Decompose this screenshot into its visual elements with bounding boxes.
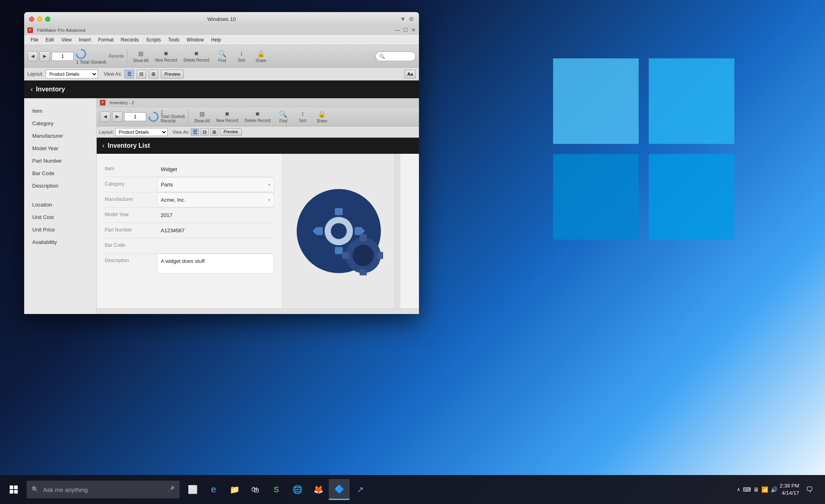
field-value-category[interactable]: Parts ▾ [157, 177, 274, 192]
inner-view-list-button[interactable]: ⊟ [201, 128, 209, 136]
preview-button[interactable]: Preview [161, 70, 184, 78]
inner-find-button[interactable]: 🔍 Find [274, 109, 292, 124]
maximize-button[interactable] [45, 17, 50, 22]
sort-button[interactable]: ↕ Sort [233, 49, 251, 63]
field-value-item[interactable]: Widget [157, 162, 274, 177]
menu-file[interactable]: File [27, 36, 41, 43]
menu-help[interactable]: Help [208, 36, 224, 43]
fm-content-area: ‹ Inventory Item Category Manufacturer M… [24, 81, 419, 314]
show-all-icon: ⊞ [138, 50, 143, 58]
progress-ring [75, 48, 87, 60]
field-value-description[interactable]: A widget does stuff [157, 254, 274, 274]
menu-records[interactable]: Records [118, 36, 142, 43]
menu-window[interactable]: Window [183, 36, 207, 43]
find-button[interactable]: 🔍 Find [214, 49, 231, 64]
field-value-part-number[interactable]: A1234567 [157, 223, 274, 238]
inner-show-all-icon: ⊞ [199, 110, 205, 118]
show-all-button[interactable]: ⊞ Show All [131, 49, 151, 64]
search-box[interactable]: 🔍 [375, 52, 416, 61]
sidebar-item-category[interactable]: Category [24, 117, 96, 130]
taskbar-arrow-icon[interactable]: ↗ [350, 479, 371, 500]
view-form-button[interactable]: ☰ [124, 70, 134, 78]
taskbar-firefox-icon[interactable]: 🦊 [308, 479, 329, 500]
taskbar-mic-icon[interactable]: 🎤 [167, 486, 175, 493]
sidebar-spacer [24, 192, 96, 198]
text-format-button[interactable]: Aa [404, 70, 416, 78]
search-input[interactable] [387, 54, 415, 59]
inner-view-grid-button[interactable]: ⊞ [210, 128, 218, 136]
sidebar-item-location[interactable]: Location [24, 198, 96, 211]
inner-nav-prev[interactable]: ◀ [100, 112, 110, 122]
new-record-button[interactable]: ■ New Record [153, 49, 180, 63]
sidebar-item-item[interactable]: Item [24, 105, 96, 117]
inner-share-button[interactable]: 🔒 Share [313, 109, 331, 124]
mac-topright-controls: ▼ ⚙ [400, 16, 414, 22]
settings-icon[interactable]: ⚙ [409, 16, 414, 22]
inner-total-label: 1 [161, 110, 185, 114]
sidebar-item-availability[interactable]: Availability [24, 236, 96, 248]
taskbar-start-button[interactable] [3, 479, 24, 500]
view-list-button[interactable]: ⊟ [137, 70, 146, 78]
taskbar-search-box[interactable]: 🔍 🎤 [27, 481, 180, 498]
inner-show-all-label: Show All [194, 119, 209, 123]
sidebar-item-bar-code[interactable]: Bar Code [24, 167, 96, 180]
menu-tools[interactable]: Tools [165, 36, 182, 43]
sidebar-item-description[interactable]: Description [24, 180, 96, 192]
taskbar-store-icon[interactable]: 🛍 [245, 479, 266, 500]
taskbar-search-icon: 🔍 [31, 486, 39, 493]
inner-delete-record-button[interactable]: ■ Delete Record [242, 109, 273, 124]
inner-nav-chevron[interactable]: ‹ [102, 142, 104, 149]
inner-record-number[interactable] [124, 112, 146, 121]
inner-nav-next[interactable]: ▶ [112, 112, 122, 122]
sidebar-item-unit-cost[interactable]: Unit Cost [24, 211, 96, 223]
dropdown-chevron-category: ▾ [268, 182, 270, 187]
taskbar-globe-icon[interactable]: 🌐 [287, 479, 308, 500]
win-close-icon[interactable]: ✕ [411, 27, 416, 33]
field-value-model-year[interactable]: 2017 [157, 208, 274, 223]
firefox-icon: 🦊 [313, 485, 323, 494]
taskbar-time-display: 2:38 PM [780, 482, 799, 490]
delete-record-button[interactable]: ■ Delete Record [181, 49, 212, 63]
taskbar-active-app-icon[interactable]: 🔷 [329, 479, 350, 500]
close-button[interactable] [29, 17, 34, 22]
layout-select[interactable]: Product Details [46, 70, 98, 78]
inner-layout-select[interactable]: Product Details [115, 128, 168, 136]
field-value-manufacturer[interactable]: Acme, Inc. ▾ [157, 192, 274, 207]
find-label: Find [218, 58, 226, 63]
win-maximize-icon[interactable]: ☐ [403, 27, 408, 33]
outer-nav-chevron[interactable]: ‹ [31, 86, 33, 93]
taskbar-explorer-icon[interactable]: 📁 [224, 479, 245, 500]
nav-next-button[interactable]: ▶ [39, 51, 50, 62]
view-grid-button[interactable]: ⊞ [149, 70, 158, 78]
taskbar-notification-button[interactable]: 🗨 [802, 479, 818, 500]
inner-show-all-button[interactable]: ⊞ Show All [192, 109, 212, 124]
sidebar-item-model-year[interactable]: Model Year [24, 142, 96, 155]
inner-new-record-button[interactable]: ■ New Record [214, 109, 240, 124]
inner-view-form-button[interactable]: ☰ [191, 128, 199, 136]
win-minimize-icon[interactable]: — [395, 27, 400, 33]
sidebar-item-part-number[interactable]: Part Number [24, 155, 96, 167]
inner-sort-button[interactable]: ↕ Sort [294, 109, 311, 124]
menu-view[interactable]: View [58, 36, 75, 43]
form-content: Item Widget Category Parts ▾ [97, 154, 419, 308]
menu-scripts[interactable]: Scripts [143, 36, 164, 43]
horizontal-scrollbar[interactable] [97, 308, 419, 314]
vertical-scrollbar[interactable] [395, 154, 400, 308]
sidebar-item-unit-price[interactable]: Unit Price [24, 223, 96, 236]
outer-navbar: ‹ Inventory [24, 81, 419, 98]
menu-insert[interactable]: Insert [76, 36, 94, 43]
field-value-bar-code[interactable] [157, 238, 274, 247]
taskbar-task-view-button[interactable]: ⬜ [182, 479, 203, 500]
menu-format[interactable]: Format [95, 36, 117, 43]
share-button[interactable]: 🔒 Share [252, 49, 270, 64]
taskbar-search-input[interactable] [43, 486, 156, 493]
minimize-button[interactable] [37, 17, 42, 22]
taskbar-icon-s[interactable]: S [266, 479, 287, 500]
system-tray-chevron[interactable]: ∧ [737, 487, 740, 492]
sidebar-item-manufacturer[interactable]: Manufacturer [24, 130, 96, 142]
menu-edit[interactable]: Edit [42, 36, 57, 43]
record-number-input[interactable]: 1 [52, 52, 74, 61]
nav-prev-button[interactable]: ◀ [27, 51, 38, 62]
inner-preview-button[interactable]: Preview [220, 128, 242, 136]
taskbar-edge-icon[interactable]: e [203, 479, 224, 500]
